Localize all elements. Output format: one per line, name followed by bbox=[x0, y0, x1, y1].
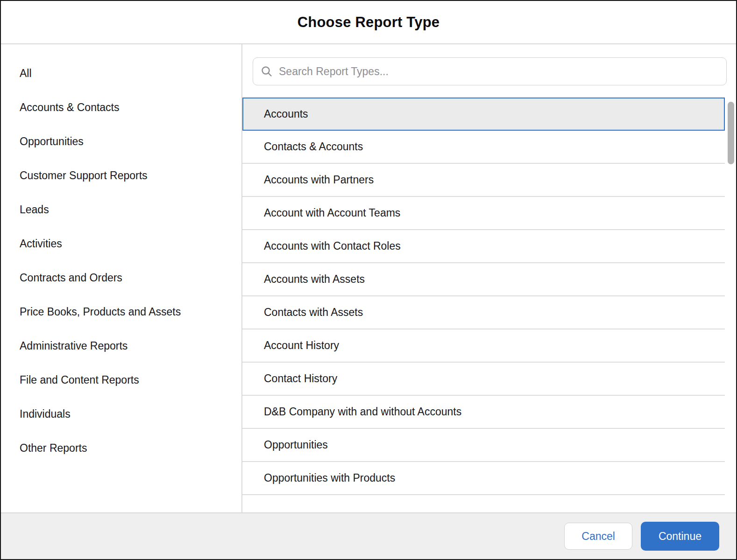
sidebar-item-individuals[interactable]: Individuals bbox=[1, 397, 241, 431]
sidebar-item-file-and-content-reports[interactable]: File and Content Reports bbox=[1, 363, 241, 397]
page-title: Choose Report Type bbox=[298, 14, 439, 31]
list-item-opportunities-with-products[interactable]: Opportunities with Products bbox=[242, 462, 725, 495]
choose-report-type-modal: Choose Report Type All Accounts & Contac… bbox=[0, 0, 737, 560]
list-item-account-with-account-teams[interactable]: Account with Account Teams bbox=[242, 197, 725, 230]
sidebar-item-contracts-and-orders[interactable]: Contracts and Orders bbox=[1, 261, 241, 295]
list-item-accounts-with-assets[interactable]: Accounts with Assets bbox=[242, 263, 725, 296]
modal-header: Choose Report Type bbox=[1, 1, 736, 44]
list-item-contacts-accounts[interactable]: Contacts & Accounts bbox=[242, 131, 725, 164]
list-item-accounts-with-contact-roles[interactable]: Accounts with Contact Roles bbox=[242, 230, 725, 263]
list-item-contacts-with-assets[interactable]: Contacts with Assets bbox=[242, 296, 725, 329]
modal-footer: Cancel Continue bbox=[1, 512, 736, 559]
list-item-db-company[interactable]: D&B Company with and without Accounts bbox=[242, 396, 725, 429]
list-item-accounts[interactable]: Accounts bbox=[242, 98, 725, 131]
search-box[interactable] bbox=[253, 57, 727, 85]
sidebar-item-accounts-contacts[interactable]: Accounts & Contacts bbox=[1, 91, 241, 125]
continue-button[interactable]: Continue bbox=[641, 522, 719, 551]
sidebar-item-activities[interactable]: Activities bbox=[1, 227, 241, 261]
sidebar-item-opportunities[interactable]: Opportunities bbox=[1, 125, 241, 159]
list-scrollbar[interactable] bbox=[728, 102, 734, 164]
sidebar-item-all[interactable]: All bbox=[1, 56, 241, 91]
report-category-sidebar: All Accounts & Contacts Opportunities Cu… bbox=[1, 44, 242, 512]
modal-body: All Accounts & Contacts Opportunities Cu… bbox=[1, 44, 736, 512]
list-item-opportunities[interactable]: Opportunities bbox=[242, 429, 725, 462]
search-icon bbox=[261, 65, 273, 77]
sidebar-item-leads[interactable]: Leads bbox=[1, 193, 241, 227]
report-type-list: Accounts Contacts & Accounts Accounts wi… bbox=[242, 98, 725, 510]
sidebar-item-administrative-reports[interactable]: Administrative Reports bbox=[1, 329, 241, 363]
list-item-account-history[interactable]: Account History bbox=[242, 329, 725, 363]
search-area bbox=[242, 44, 736, 85]
sidebar-item-other-reports[interactable]: Other Reports bbox=[1, 431, 241, 465]
list-item-accounts-with-partners[interactable]: Accounts with Partners bbox=[242, 164, 725, 197]
list-item-contact-history[interactable]: Contact History bbox=[242, 363, 725, 396]
list-item-partial[interactable] bbox=[242, 495, 725, 510]
sidebar-item-customer-support-reports[interactable]: Customer Support Reports bbox=[1, 159, 241, 193]
search-input[interactable] bbox=[279, 65, 719, 78]
report-type-panel: Accounts Contacts & Accounts Accounts wi… bbox=[242, 44, 736, 512]
sidebar-item-price-books-products-assets[interactable]: Price Books, Products and Assets bbox=[1, 295, 241, 329]
cancel-button[interactable]: Cancel bbox=[564, 523, 632, 550]
